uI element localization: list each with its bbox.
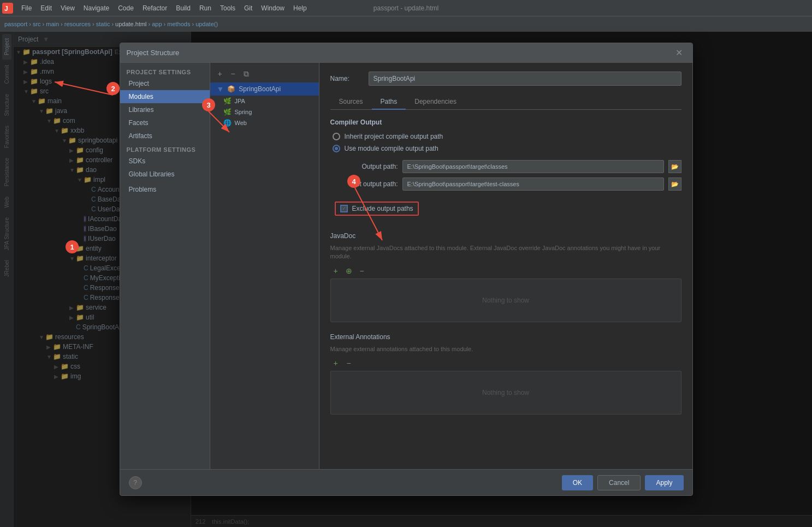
nav-item-modules[interactable]: Modules	[120, 90, 210, 103]
radio-inherit[interactable]	[333, 133, 340, 140]
tab-paths[interactable]: Paths	[372, 94, 406, 110]
annotation-badge-1: 1	[66, 240, 79, 253]
javadoc-remove-button[interactable]: −	[357, 265, 368, 276]
breadcrumb-method[interactable]: update()	[195, 21, 218, 27]
help-button[interactable]: ?	[129, 476, 142, 489]
javadoc-description: Manage external JavaDocs attached to thi…	[330, 244, 681, 261]
modal-footer: ? OK Cancel Apply	[120, 469, 692, 495]
modal-body: Project Settings Project Modules Librari…	[120, 63, 692, 469]
module-sub-item-jpa[interactable]: 🌿 JPA	[210, 96, 319, 106]
remove-module-button[interactable]: −	[228, 68, 239, 79]
javadoc-add-from-button[interactable]: ⊕	[343, 265, 354, 276]
menu-code[interactable]: Code	[114, 3, 138, 14]
name-label: Name:	[330, 75, 363, 82]
radio-module[interactable]	[333, 145, 340, 152]
project-settings-section: Project Settings Project Modules Librari…	[120, 67, 210, 143]
breadcrumb-main[interactable]: main	[46, 21, 59, 27]
module-sub-item-web[interactable]: 🌐 Web	[210, 117, 319, 128]
external-annotations-title: External Annotations	[330, 333, 681, 341]
javadoc-add-button[interactable]: +	[330, 265, 341, 276]
platform-settings-section: Platform Settings SDKs Global Libraries	[120, 145, 210, 181]
exclude-checkbox[interactable]	[340, 205, 348, 212]
copy-module-button[interactable]: ⧉	[241, 68, 252, 79]
external-annotations-empty-list: Nothing to show	[330, 371, 681, 415]
exclude-checkbox-row[interactable]: Exclude output paths	[335, 202, 419, 216]
module-item-springbootapi[interactable]: ▼ 📦 SpringBootApi	[210, 82, 319, 96]
nav-item-global-libraries[interactable]: Global Libraries	[120, 168, 210, 181]
output-path-input[interactable]	[402, 160, 664, 173]
menu-refactor[interactable]: Refactor	[139, 3, 171, 14]
output-path-label: Output path:	[333, 163, 398, 170]
menu-tools[interactable]: Tools	[216, 3, 239, 14]
apply-button[interactable]: Apply	[645, 475, 683, 490]
ext-annotations-add-button[interactable]: +	[330, 358, 341, 369]
test-output-path-browse[interactable]: 📂	[668, 177, 681, 191]
cancel-button[interactable]: Cancel	[597, 475, 641, 490]
platform-settings-label: Platform Settings	[120, 145, 210, 155]
annotation-badge-3: 3	[202, 98, 215, 111]
menu-git[interactable]: Git	[240, 3, 256, 14]
breadcrumb-src[interactable]: src	[33, 21, 41, 27]
window-title: passport - update.html	[374, 4, 438, 12]
menu-edit[interactable]: Edit	[37, 3, 56, 14]
modal-right-content: Name: Sources Paths Dependencies Compile…	[319, 63, 692, 469]
radio-module-label: Use module compile output path	[345, 145, 438, 152]
menu-file[interactable]: File	[17, 3, 35, 14]
menu-window[interactable]: Window	[257, 3, 288, 14]
menu-navigate[interactable]: Navigate	[80, 3, 113, 14]
menu-help[interactable]: Help	[289, 3, 311, 14]
name-field-row: Name:	[330, 72, 681, 86]
radio-inherit-row[interactable]: Inherit project compile output path	[333, 133, 681, 140]
breadcrumb-passport[interactable]: passport	[4, 21, 27, 27]
module-tab-bar: Sources Paths Dependencies	[330, 94, 681, 110]
breadcrumb-file[interactable]: update.html	[115, 21, 146, 27]
breadcrumb-app[interactable]: app	[152, 21, 162, 27]
radio-module-row[interactable]: Use module compile output path	[333, 145, 681, 152]
output-path-browse[interactable]: 📂	[668, 160, 681, 173]
breadcrumb-bar: passport › src › main › resources › stat…	[0, 16, 812, 32]
add-module-button[interactable]: +	[215, 68, 226, 79]
tab-dependencies[interactable]: Dependencies	[406, 94, 465, 110]
menu-bar: J File Edit View Navigate Code Refactor …	[0, 0, 812, 16]
external-annotations-section: External Annotations Manage external ann…	[330, 333, 681, 415]
module-list-toolbar: + − ⧉	[210, 67, 319, 80]
modal-left-nav: Project Settings Project Modules Librari…	[120, 63, 210, 469]
modal-module-list: + − ⧉ ▼ 📦 SpringBootApi 🌿 JPA 🌿 Spring	[210, 63, 319, 469]
external-annotations-description: Manage external annotations attached to …	[330, 345, 681, 353]
compiler-output-title: Compiler Output	[330, 119, 681, 126]
modal-title: Project Structure	[127, 49, 672, 57]
breadcrumb-resources[interactable]: resources	[64, 21, 91, 27]
nav-item-project[interactable]: Project	[120, 77, 210, 90]
nav-item-facets[interactable]: Facets	[120, 116, 210, 129]
ok-button[interactable]: OK	[562, 475, 593, 490]
modal-header: Project Structure ✕	[120, 43, 692, 63]
modal-close-button[interactable]: ✕	[672, 46, 686, 59]
test-output-path-row: Test output path: 📂	[330, 177, 681, 191]
breadcrumb-static[interactable]: static	[96, 21, 110, 27]
external-annotations-nothing-to-show: Nothing to show	[482, 389, 529, 396]
test-output-path-input[interactable]	[402, 177, 664, 191]
javadoc-empty-list: Nothing to show	[330, 279, 681, 322]
test-output-path-label: Test output path:	[333, 180, 398, 188]
nav-item-libraries[interactable]: Libraries	[120, 103, 210, 116]
nav-item-problems[interactable]: Problems	[120, 183, 210, 196]
javadoc-toolbar: + ⊕ −	[330, 265, 681, 276]
modal-overlay: Project Structure ✕ Project Settings Pro…	[0, 32, 812, 527]
tab-sources[interactable]: Sources	[330, 94, 372, 110]
menu-run[interactable]: Run	[195, 3, 215, 14]
name-input[interactable]	[369, 72, 681, 86]
breadcrumb-methods[interactable]: methods	[167, 21, 190, 27]
ext-annotations-remove-button[interactable]: −	[343, 358, 354, 369]
module-sub-item-spring[interactable]: 🌿 Spring	[210, 106, 319, 117]
nav-item-artifacts[interactable]: Artifacts	[120, 129, 210, 143]
problems-section: Problems	[120, 183, 210, 196]
menu-build[interactable]: Build	[172, 3, 194, 14]
menu-view[interactable]: View	[57, 3, 79, 14]
project-settings-label: Project Settings	[120, 67, 210, 77]
external-annotations-toolbar: + −	[330, 358, 681, 369]
compiler-output-radio-group: Inherit project compile output path Use …	[330, 133, 681, 152]
javadoc-title: JavaDoc	[330, 232, 681, 240]
app-logo: J	[2, 3, 13, 14]
javadoc-nothing-to-show: Nothing to show	[482, 297, 529, 304]
nav-item-sdks[interactable]: SDKs	[120, 155, 210, 168]
